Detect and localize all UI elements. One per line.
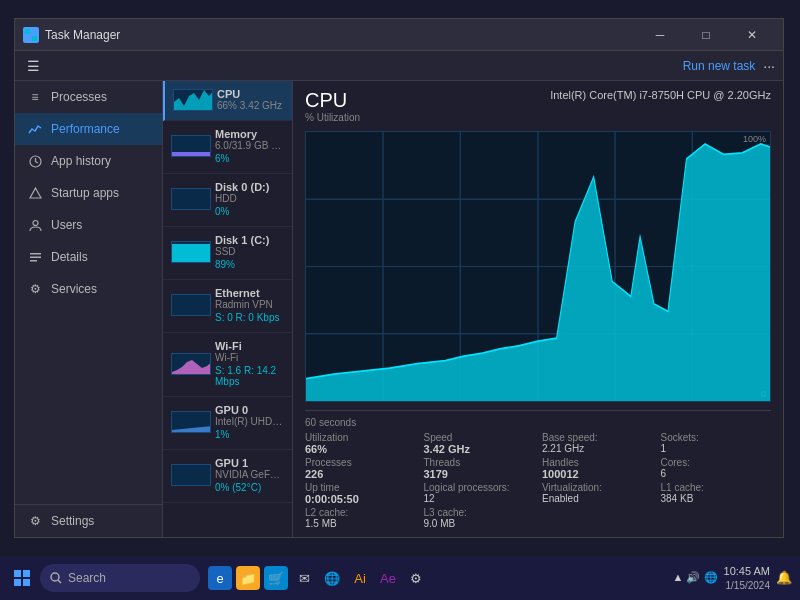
sidebar-item-details-label: Details	[51, 250, 88, 264]
device-disk0[interactable]: Disk 0 (D:) HDD 0%	[163, 174, 292, 227]
device-wifi-name: Wi-Fi	[215, 340, 284, 352]
time-range-label: 60 seconds	[305, 417, 771, 428]
taskbar-icon-mail[interactable]: ✉	[292, 566, 316, 590]
taskbar-icon-ae[interactable]: Ae	[376, 566, 400, 590]
stat-base-speed: Base speed: 2.21 GHz	[542, 432, 653, 455]
taskbar-app-icons: e 📁 🛒 ✉ 🌐 Ai Ae ⚙	[208, 566, 428, 590]
taskbar-icon-store[interactable]: 🛒	[264, 566, 288, 590]
sidebar-item-services[interactable]: ⚙ Services	[15, 273, 162, 305]
device-memory-name: Memory	[215, 128, 284, 140]
sidebar-item-app-history[interactable]: App history	[15, 145, 162, 177]
device-cpu[interactable]: CPU 66% 3.42 GHz	[163, 81, 292, 121]
device-gpu1[interactable]: GPU 1 NVIDIA GeForce G... 0% (52°C)	[163, 450, 292, 503]
stat-logical-value: 12	[424, 493, 535, 504]
device-memory-sub: 6.0/31.9 GB (19%)	[215, 140, 284, 151]
sidebar-item-startup[interactable]: Startup apps	[15, 177, 162, 209]
run-new-task-button[interactable]: Run new task	[683, 59, 756, 73]
taskbar-right: ▲ 🔊 🌐 10:45 AM 1/15/2024 🔔	[673, 564, 792, 591]
svg-marker-11	[172, 360, 211, 374]
menubar-left: ☰	[23, 54, 44, 78]
taskbar-clock: 10:45 AM 1/15/2024	[724, 564, 770, 591]
stat-handles-label: Handles	[542, 457, 653, 468]
sidebar-item-users[interactable]: Users	[15, 209, 162, 241]
sidebar-item-processes[interactable]: ≡ Processes	[15, 81, 162, 113]
cpu-stats: 60 seconds Utilization 66% Speed 3.42 GH…	[305, 410, 771, 529]
device-ethernet[interactable]: Ethernet Radmin VPN S: 0 R: 0 Kbps	[163, 280, 292, 333]
svg-rect-2	[25, 36, 30, 41]
titlebar: Task Manager ─ □ ✕	[15, 19, 783, 51]
stat-sockets-value: 1	[661, 443, 772, 454]
gpu0-mini-graph	[171, 411, 211, 433]
device-wifi-header: Wi-Fi Wi-Fi S: 1.6 R: 14.2 Mbps	[171, 340, 284, 387]
sidebar-item-details[interactable]: Details	[15, 241, 162, 273]
device-gpu0-value: 1%	[215, 429, 284, 440]
main-content: ≡ Processes Performance App h	[15, 81, 783, 537]
device-gpu1-header: GPU 1 NVIDIA GeForce G... 0% (52°C)	[171, 457, 284, 493]
window-controls: ─ □ ✕	[637, 19, 775, 51]
sidebar-item-processes-label: Processes	[51, 90, 107, 104]
users-icon	[27, 217, 43, 233]
gpu1-mini-graph	[171, 464, 211, 486]
cpu-graph-area: 100% 0	[305, 131, 771, 402]
stat-speed: Speed 3.42 GHz	[424, 432, 535, 455]
taskbar-icon-ai[interactable]: Ai	[348, 566, 372, 590]
taskbar-icon-chrome[interactable]: 🌐	[320, 566, 344, 590]
cpu-header: CPU % Utilization Intel(R) Core(TM) i7-8…	[305, 89, 771, 127]
stat-l3-label: L3 cache:	[424, 507, 535, 518]
more-options-button[interactable]: ···	[763, 58, 775, 74]
stat-l2: L2 cache: 1.5 MB	[305, 507, 416, 529]
svg-rect-9	[30, 260, 37, 262]
device-gpu1-sub: NVIDIA GeForce G...	[215, 469, 284, 480]
minimize-button[interactable]: ─	[637, 19, 683, 51]
svg-marker-10	[174, 90, 213, 110]
stat-sockets: Sockets: 1	[661, 432, 772, 455]
stat-uptime-label: Up time	[305, 482, 416, 493]
close-button[interactable]: ✕	[729, 19, 775, 51]
start-button[interactable]	[8, 564, 36, 592]
stat-logical: Logical processors: 12	[424, 482, 535, 505]
cpu-display: CPU % Utilization Intel(R) Core(TM) i7-8…	[293, 81, 783, 537]
taskbar-icon-edge[interactable]: e	[208, 566, 232, 590]
device-disk1-header: Disk 1 (C:) SSD 89%	[171, 234, 284, 270]
device-gpu0-info: GPU 0 Intel(R) UHD Grap... 1%	[215, 404, 284, 440]
stat-uptime: Up time 0:00:05:50	[305, 482, 416, 505]
taskbar-icon-settings[interactable]: ⚙	[404, 566, 428, 590]
sidebar-item-app-history-label: App history	[51, 154, 111, 168]
cpu-title: CPU	[305, 89, 360, 112]
settings-icon: ⚙	[27, 513, 43, 529]
device-disk1[interactable]: Disk 1 (C:) SSD 89%	[163, 227, 292, 280]
stat-virt-value: Enabled	[542, 493, 653, 504]
services-icon: ⚙	[27, 281, 43, 297]
stat-l3: L3 cache: 9.0 MB	[424, 507, 535, 529]
device-disk0-value: 0%	[215, 206, 284, 217]
stat-base-speed-label: Base speed:	[542, 432, 653, 443]
sidebar-item-settings[interactable]: ⚙ Settings	[15, 504, 162, 537]
disk0-mini-graph	[171, 188, 211, 210]
maximize-button[interactable]: □	[683, 19, 729, 51]
app-icon	[23, 27, 39, 43]
device-disk0-name: Disk 0 (D:)	[215, 181, 284, 193]
window-title: Task Manager	[45, 28, 637, 42]
device-disk1-sub: SSD	[215, 246, 284, 257]
memory-mini-graph	[171, 135, 211, 157]
device-memory-info: Memory 6.0/31.9 GB (19%) 6%	[215, 128, 284, 164]
device-gpu1-info: GPU 1 NVIDIA GeForce G... 0% (52°C)	[215, 457, 284, 493]
sidebar-item-performance[interactable]: Performance	[15, 113, 162, 145]
device-memory[interactable]: Memory 6.0/31.9 GB (19%) 6%	[163, 121, 292, 174]
hamburger-menu[interactable]: ☰	[23, 54, 44, 78]
device-ethernet-sub: Radmin VPN	[215, 299, 284, 310]
taskbar-icon-explorer[interactable]: 📁	[236, 566, 260, 590]
svg-line-36	[58, 580, 61, 583]
svg-rect-1	[32, 29, 37, 34]
device-list: CPU 66% 3.42 GHz Memory 6.0/31.9 GB (19%	[163, 81, 293, 537]
menubar: ☰ Run new task ···	[15, 51, 783, 81]
device-gpu0[interactable]: GPU 0 Intel(R) UHD Grap... 1%	[163, 397, 292, 450]
device-wifi[interactable]: Wi-Fi Wi-Fi S: 1.6 R: 14.2 Mbps	[163, 333, 292, 397]
sidebar: ≡ Processes Performance App h	[15, 81, 163, 537]
device-wifi-sub: Wi-Fi	[215, 352, 284, 363]
notification-icon[interactable]: 🔔	[776, 570, 792, 585]
startup-icon	[27, 185, 43, 201]
taskbar-search[interactable]: Search	[40, 564, 200, 592]
device-disk0-sub: HDD	[215, 193, 284, 204]
svg-point-35	[51, 573, 59, 581]
